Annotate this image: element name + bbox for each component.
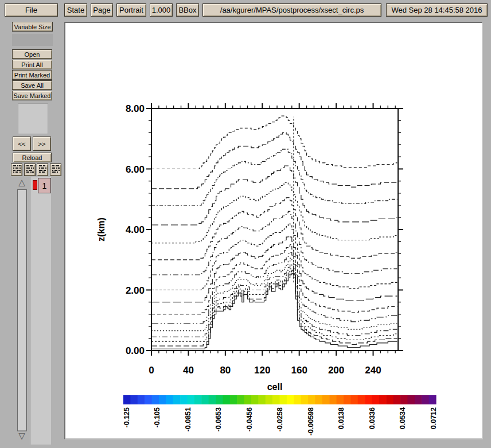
datetime-display: Wed Sep 28 14:45:58 2016 bbox=[386, 3, 488, 17]
svg-text:40: 40 bbox=[183, 365, 194, 376]
svg-text:0.0712: 0.0712 bbox=[430, 407, 438, 429]
svg-text:0.0138: 0.0138 bbox=[337, 407, 345, 429]
scroll-down-arrow[interactable]: ▽ bbox=[17, 432, 27, 441]
bbox-button[interactable]: BBox bbox=[176, 3, 199, 17]
svg-text:240: 240 bbox=[365, 365, 381, 376]
page-menu-button[interactable]: Page bbox=[91, 3, 113, 17]
mark-page-icon bbox=[13, 165, 21, 175]
next-page-button[interactable]: >> bbox=[33, 137, 51, 151]
svg-text:0: 0 bbox=[149, 365, 154, 376]
svg-text:-0.00598: -0.00598 bbox=[307, 407, 315, 435]
cross-section-plot: 0.002.004.006.008.0004080120160200240cel… bbox=[65, 23, 482, 437]
mark-odd-button[interactable] bbox=[37, 163, 48, 176]
svg-text:6.00: 6.00 bbox=[126, 164, 145, 175]
svg-text:0.0534: 0.0534 bbox=[399, 407, 407, 429]
page-marked-indicator[interactable] bbox=[33, 180, 37, 190]
svg-text:160: 160 bbox=[291, 365, 307, 376]
svg-text:-0.125: -0.125 bbox=[123, 407, 131, 427]
size-display-area bbox=[12, 34, 53, 46]
svg-text:8.00: 8.00 bbox=[126, 103, 145, 114]
svg-text:cell: cell bbox=[267, 382, 283, 392]
prev-page-button[interactable]: << bbox=[13, 137, 31, 151]
svg-text:-0.0653: -0.0653 bbox=[215, 407, 223, 431]
page-list-scrollbar[interactable] bbox=[17, 189, 27, 431]
svg-text:200: 200 bbox=[328, 365, 344, 376]
mark-odd-icon bbox=[38, 165, 47, 175]
svg-text:-0.105: -0.105 bbox=[153, 407, 161, 427]
scale-button[interactable]: 1.000 bbox=[150, 3, 173, 17]
svg-text:120: 120 bbox=[254, 365, 270, 376]
state-menu-button[interactable]: State bbox=[64, 3, 87, 17]
print-marked-button[interactable]: Print Marked bbox=[12, 70, 52, 80]
page-canvas: 0.002.004.006.008.0004080120160200240cel… bbox=[64, 22, 483, 439]
svg-text:-0.0851: -0.0851 bbox=[184, 407, 192, 431]
svg-text:80: 80 bbox=[220, 365, 231, 376]
page-thumbnail-area bbox=[18, 103, 48, 134]
page-list[interactable] bbox=[30, 177, 51, 445]
svg-text:0.00: 0.00 bbox=[126, 345, 145, 356]
scroll-up-arrow[interactable]: △ bbox=[17, 178, 27, 187]
svg-text:-0.0258: -0.0258 bbox=[276, 407, 284, 431]
svg-text:2.00: 2.00 bbox=[126, 285, 145, 296]
mark-page-button[interactable] bbox=[11, 163, 22, 176]
svg-text:0.0336: 0.0336 bbox=[368, 407, 376, 429]
file-menu-button[interactable]: File bbox=[5, 3, 58, 17]
save-marked-button[interactable]: Save Marked bbox=[12, 91, 52, 100]
svg-text:-0.0456: -0.0456 bbox=[246, 407, 254, 431]
variable-size-button[interactable]: Variable Size bbox=[12, 22, 53, 32]
print-all-button[interactable]: Print All bbox=[12, 60, 52, 69]
unmark-all-icon bbox=[52, 165, 60, 175]
open-button[interactable]: Open bbox=[12, 49, 52, 59]
svg-text:z(km): z(km) bbox=[96, 217, 106, 241]
filename-display: /aa/kgurer/MPAS/postprocess/xsect_circ.p… bbox=[202, 3, 381, 17]
svg-text:4.00: 4.00 bbox=[126, 224, 145, 235]
reload-button[interactable]: Reload bbox=[13, 153, 52, 162]
mark-even-icon bbox=[26, 165, 34, 175]
save-all-button[interactable]: Save All bbox=[12, 80, 52, 90]
mark-even-button[interactable] bbox=[24, 163, 36, 176]
unmark-all-button[interactable] bbox=[50, 163, 61, 176]
page-list-item-1[interactable]: 1 bbox=[38, 178, 51, 193]
orientation-button[interactable]: Portrait bbox=[116, 3, 146, 17]
gv-window: { "toolbar": { "file_label": "File", "st… bbox=[0, 0, 491, 448]
